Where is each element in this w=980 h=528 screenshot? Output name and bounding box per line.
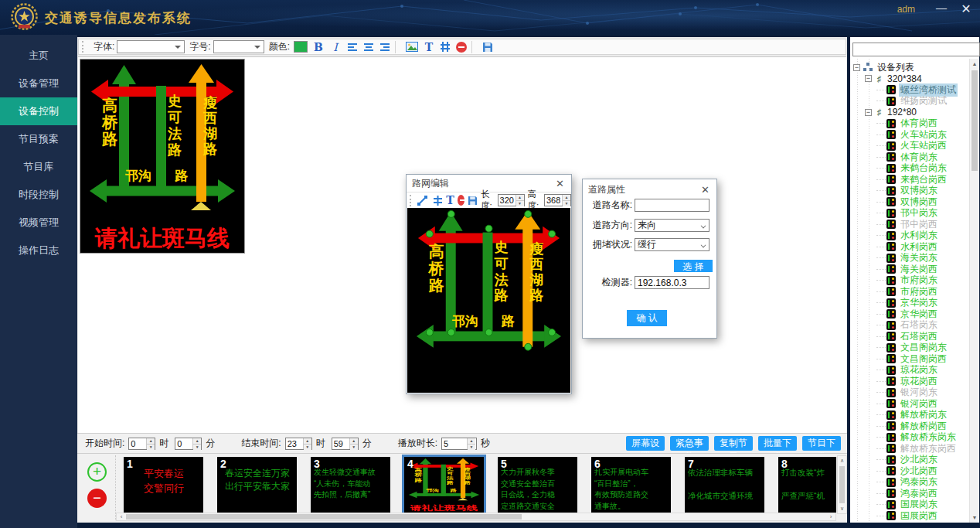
sidebar-item-设备控制[interactable]: 设备控制 [0, 97, 77, 125]
sidebar-item-设备管理[interactable]: 设备管理 [0, 70, 77, 97]
program-thumb[interactable]: 1平安春运交警同行 [124, 457, 203, 513]
tree-expander-icon[interactable]: − [865, 75, 872, 82]
tree-device[interactable]: 国展岗西 [850, 510, 969, 522]
spin-up-icon[interactable]: ▲ [563, 195, 570, 200]
delete-tool-icon[interactable] [456, 42, 467, 53]
text-tool-icon[interactable]: T [424, 41, 434, 53]
roadnet-tool-icon[interactable] [440, 42, 451, 52]
toolbar-grip[interactable] [82, 41, 85, 53]
tree-root[interactable]: −设备列表 [850, 62, 969, 73]
toolbar-grip[interactable] [410, 195, 412, 206]
action-button-紧急事件[interactable]: 紧急事件 [670, 436, 709, 451]
tree-device[interactable]: 维扬岗测试 [850, 96, 969, 107]
spin-down-icon[interactable]: ▼ [350, 444, 358, 450]
start-hour-spinner[interactable]: ▲▼ [128, 438, 155, 450]
spin-up-icon[interactable]: ▲ [147, 438, 155, 444]
minimize-icon[interactable]: — [934, 2, 949, 14]
spin-down-icon[interactable]: ▼ [193, 444, 201, 450]
duration-input[interactable] [442, 438, 467, 449]
insert-image-icon[interactable] [406, 42, 418, 52]
start-minute-input[interactable] [175, 438, 192, 449]
scroll-left-icon[interactable]: ‹ [117, 513, 126, 520]
device-tree-scrollbar[interactable]: ▲ ▼ [969, 59, 979, 523]
save-icon[interactable] [468, 196, 478, 206]
save-icon[interactable] [482, 42, 493, 53]
sidebar-item-操作日志[interactable]: 操作日志 [0, 237, 77, 264]
height-input[interactable] [545, 195, 562, 206]
program-horizontal-scrollbar[interactable]: ‹ › [116, 513, 836, 521]
spinner-arrows[interactable]: ▲▼ [562, 195, 570, 206]
scroll-right-icon[interactable]: › [826, 513, 835, 520]
spin-down-icon[interactable]: ▼ [304, 444, 311, 450]
end-minute-input[interactable] [332, 438, 349, 449]
sidebar-item-时段控制[interactable]: 时段控制 [0, 181, 77, 209]
end-hour-spinner[interactable]: ▲▼ [285, 438, 312, 450]
end-minute-spinner[interactable]: ▲▼ [332, 438, 359, 450]
scroll-up-icon[interactable]: ∧ [838, 456, 846, 465]
detector-input[interactable] [635, 276, 709, 289]
scrollbar-thumb[interactable] [839, 466, 845, 503]
scrollbar-thumb[interactable] [971, 70, 978, 171]
action-button-屏幕设置[interactable]: 屏幕设置 [626, 436, 665, 451]
length-input[interactable] [499, 195, 516, 206]
height-spinner[interactable]: ▲▼ [544, 194, 571, 206]
road-direction-select[interactable]: 来向 [635, 219, 709, 232]
spin-up-icon[interactable]: ▲ [193, 438, 201, 444]
spin-up-icon[interactable]: ▲ [468, 438, 475, 444]
sidebar-item-节目库[interactable]: 节目库 [0, 153, 77, 181]
action-button-节目下发[interactable]: 节目下发 [802, 436, 841, 451]
program-thumb[interactable]: 4 请礼让斑马线 [404, 457, 484, 513]
username-label[interactable]: adm [897, 4, 915, 15]
scroll-up-icon[interactable]: ▲ [970, 59, 979, 69]
align-left-icon[interactable] [347, 43, 358, 52]
program-vertical-scrollbar[interactable]: ∧ ∨ [837, 455, 847, 514]
design-canvas[interactable]: 请礼让斑马线 路网编辑 ✕ T [78, 56, 846, 433]
close-icon[interactable]: ✕ [554, 178, 566, 189]
sidebar-item-节目预案[interactable]: 节目预案 [0, 125, 77, 153]
remove-program-button[interactable]: − [87, 489, 107, 508]
roadnet-edit-canvas[interactable] [407, 208, 570, 393]
spinner-arrows[interactable]: ▲▼ [516, 195, 524, 206]
align-right-icon[interactable] [379, 43, 390, 52]
spin-up-icon[interactable]: ▲ [350, 438, 358, 444]
scrollbar-thumb[interactable] [126, 514, 522, 519]
italic-button[interactable]: I [329, 41, 342, 53]
draw-road-tool-icon[interactable] [433, 196, 443, 206]
scroll-down-icon[interactable]: ▼ [970, 513, 979, 523]
program-thumb[interactable]: 3发生轻微交通事故“人未伤，车能动先拍照，后撤离” [311, 457, 390, 513]
spin-down-icon[interactable]: ▼ [563, 200, 570, 206]
length-spinner[interactable]: ▲▼ [498, 194, 525, 206]
draw-line-tool-icon[interactable] [417, 196, 427, 206]
start-hour-input[interactable] [129, 438, 146, 449]
delete-tool-icon[interactable] [458, 195, 464, 206]
program-thumb[interactable]: 5大力开展秋冬季交通安全整治百日会战，全力稳定道路交通安全形势！ [498, 457, 577, 513]
spin-up-icon[interactable]: ▲ [516, 195, 524, 200]
road-name-input[interactable] [635, 199, 709, 212]
program-thumb[interactable]: 2春运安全连万家出行平安靠大家 [217, 457, 297, 513]
sidebar-item-主页[interactable]: 主页 [0, 42, 77, 70]
color-swatch[interactable] [294, 41, 308, 53]
scroll-down-icon[interactable]: ∨ [838, 504, 846, 513]
action-button-复制节目[interactable]: 复制节目 [714, 436, 753, 451]
add-program-button[interactable]: + [87, 462, 107, 482]
bold-button[interactable]: B [312, 41, 325, 53]
end-hour-input[interactable] [286, 438, 303, 449]
spin-up-icon[interactable]: ▲ [304, 438, 311, 444]
font-size-select[interactable] [213, 40, 264, 53]
program-thumb[interactable]: 6扎实开展电动车“百日整治”，有效预防道路交通事故。 [591, 457, 671, 513]
tree-expander-icon[interactable]: − [853, 64, 860, 71]
tree-expander-icon[interactable]: − [865, 109, 872, 116]
confirm-button[interactable]: 确 认 [627, 310, 667, 326]
font-select[interactable] [117, 40, 185, 53]
spin-down-icon[interactable]: ▼ [516, 200, 524, 206]
spin-down-icon[interactable]: ▼ [147, 444, 155, 450]
device-search-input[interactable] [852, 43, 980, 56]
spin-down-icon[interactable]: ▼ [468, 444, 475, 450]
sidebar-item-视频管理[interactable]: 视频管理 [0, 209, 77, 237]
dialog-title-bar[interactable]: 道路属性 ✕ [583, 179, 716, 196]
congestion-select[interactable]: 缓行 [635, 238, 709, 251]
close-icon[interactable]: ✕ [958, 2, 974, 16]
action-button-批量下发[interactable]: 批量下发 [758, 436, 797, 451]
sign-preview[interactable]: 请礼让斑马线 [80, 59, 245, 254]
start-minute-spinner[interactable]: ▲▼ [175, 438, 202, 450]
